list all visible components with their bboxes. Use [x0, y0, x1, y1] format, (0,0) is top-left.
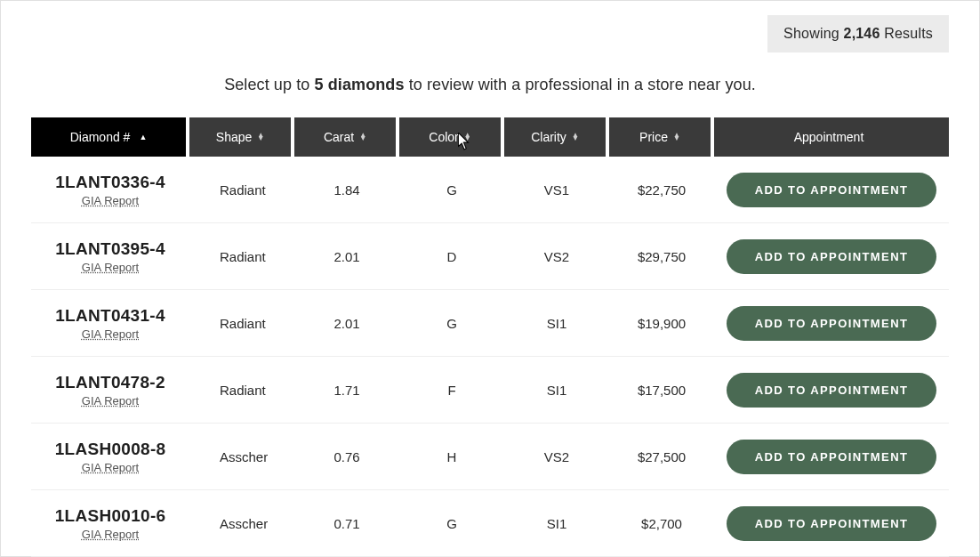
results-count-chip: Showing 2,146 Results — [767, 15, 949, 52]
cell-clarity: VS2 — [504, 449, 609, 464]
cell-color: H — [399, 449, 504, 464]
sort-icon: ▲▼ — [673, 133, 680, 141]
header-label: Shape — [216, 130, 252, 144]
instruction-text: Select up to 5 diamonds to review with a… — [31, 52, 949, 117]
results-bar: Showing 2,146 Results — [31, 15, 949, 52]
cell-price: $22,750 — [609, 182, 714, 198]
cell-diamond: 1LANT0336-4 GIA Report — [31, 173, 189, 207]
cell-color: G — [399, 516, 504, 531]
cell-diamond: 1LASH0010-6 GIA Report — [31, 506, 189, 541]
header-carat[interactable]: Carat ▲▼ — [294, 117, 399, 157]
instruction-post: to review with a professional in a store… — [405, 76, 756, 93]
header-appointment: Appointment — [714, 117, 949, 157]
add-to-appointment-button[interactable]: ADD TO APPOINTMENT — [727, 506, 936, 541]
results-prefix: Showing — [783, 26, 839, 41]
gia-report-link[interactable]: GIA Report — [82, 461, 139, 474]
sort-icon: ▲▼ — [257, 133, 264, 141]
cell-price: $2,700 — [609, 516, 714, 531]
table-row: 1LANT0336-4 GIA Report Radiant 1.84 G VS… — [31, 157, 949, 223]
cell-carat: 1.84 — [294, 182, 399, 198]
add-to-appointment-button[interactable]: ADD TO APPOINTMENT — [727, 173, 936, 207]
header-price[interactable]: Price ▲▼ — [609, 117, 714, 157]
table-row: 1LANT0478-2 GIA Report Radiant 1.71 F SI… — [31, 357, 949, 424]
add-to-appointment-button[interactable]: ADD TO APPOINTMENT — [727, 373, 936, 408]
diamond-id: 1LANT0395-4 — [55, 239, 165, 259]
cell-appointment: ADD TO APPOINTMENT — [714, 306, 949, 341]
cell-appointment: ADD TO APPOINTMENT — [714, 506, 949, 541]
app-frame: Showing 2,146 Results Select up to 5 dia… — [0, 0, 980, 557]
header-diamond-number[interactable]: Diamond # ▲ — [31, 117, 189, 157]
header-color[interactable]: Color ▲▼ — [399, 117, 504, 157]
cell-carat: 0.71 — [294, 516, 399, 531]
cell-clarity: SI1 — [504, 516, 609, 531]
cell-clarity: SI1 — [504, 383, 609, 398]
instruction-pre: Select up to — [224, 76, 314, 93]
gia-report-link[interactable]: GIA Report — [82, 327, 139, 341]
cell-color: F — [399, 383, 504, 398]
add-to-appointment-button[interactable]: ADD TO APPOINTMENT — [727, 306, 936, 341]
header-clarity[interactable]: Clarity ▲▼ — [504, 117, 609, 157]
cell-shape: Radiant — [189, 316, 294, 331]
cell-carat: 2.01 — [294, 249, 399, 264]
diamond-id: 1LASH0010-6 — [55, 506, 166, 526]
sort-icon: ▲▼ — [572, 133, 579, 141]
header-shape[interactable]: Shape ▲▼ — [189, 117, 294, 157]
cell-shape: Radiant — [189, 249, 294, 264]
cell-price: $27,500 — [609, 449, 714, 464]
cell-diamond: 1LANT0478-2 GIA Report — [31, 373, 189, 408]
cell-price: $19,900 — [609, 316, 714, 331]
table-body: 1LANT0336-4 GIA Report Radiant 1.84 G VS… — [31, 157, 949, 557]
cell-shape: Asscher — [189, 449, 294, 464]
cell-appointment: ADD TO APPOINTMENT — [714, 173, 949, 207]
results-count: 2,146 — [844, 26, 880, 41]
header-label: Carat — [324, 130, 354, 144]
cell-carat: 0.76 — [294, 449, 399, 464]
header-label: Price — [639, 130, 668, 144]
gia-report-link[interactable]: GIA Report — [82, 261, 139, 274]
cell-appointment: ADD TO APPOINTMENT — [714, 373, 949, 408]
cell-diamond: 1LANT0395-4 GIA Report — [31, 239, 189, 274]
gia-report-link[interactable]: GIA Report — [82, 528, 139, 541]
cell-clarity: VS1 — [504, 182, 609, 198]
cell-carat: 2.01 — [294, 316, 399, 331]
header-label: Appointment — [794, 130, 864, 144]
table-row: 1LANT0431-4 GIA Report Radiant 2.01 G SI… — [31, 290, 949, 357]
header-label: Color — [429, 130, 458, 144]
cell-clarity: SI1 — [504, 316, 609, 331]
cell-appointment: ADD TO APPOINTMENT — [714, 239, 949, 274]
add-to-appointment-button[interactable]: ADD TO APPOINTMENT — [727, 239, 936, 274]
diamond-id: 1LANT0478-2 — [55, 373, 165, 392]
diamond-table: Diamond # ▲ Shape ▲▼ Carat ▲▼ Color ▲▼ C… — [31, 117, 949, 557]
results-suffix: Results — [884, 26, 933, 41]
table-row: 1LANT0395-4 GIA Report Radiant 2.01 D VS… — [31, 223, 949, 290]
cell-price: $17,500 — [609, 383, 714, 398]
cell-shape: Radiant — [189, 182, 294, 198]
table-row: 1LASH0008-8 GIA Report Asscher 0.76 H VS… — [31, 424, 949, 490]
header-label: Diamond # — [70, 130, 131, 144]
cell-carat: 1.71 — [294, 383, 399, 398]
gia-report-link[interactable]: GIA Report — [82, 394, 139, 408]
table-header: Diamond # ▲ Shape ▲▼ Carat ▲▼ Color ▲▼ C… — [31, 117, 949, 157]
sort-ascending-icon: ▲ — [139, 133, 147, 141]
cell-shape: Radiant — [189, 383, 294, 398]
cell-color: G — [399, 316, 504, 331]
cell-clarity: VS2 — [504, 249, 609, 264]
diamond-id: 1LANT0431-4 — [55, 306, 165, 326]
diamond-id: 1LANT0336-4 — [55, 173, 165, 192]
cell-diamond: 1LANT0431-4 GIA Report — [31, 306, 189, 341]
cell-color: G — [399, 182, 504, 198]
add-to-appointment-button[interactable]: ADD TO APPOINTMENT — [727, 440, 936, 474]
table-row: 1LASH0010-6 GIA Report Asscher 0.71 G SI… — [31, 490, 949, 557]
instruction-bold: 5 diamonds — [315, 76, 405, 93]
sort-icon: ▲▼ — [464, 133, 471, 141]
gia-report-link[interactable]: GIA Report — [82, 194, 139, 207]
content-area: Showing 2,146 Results Select up to 5 dia… — [31, 15, 949, 556]
cell-color: D — [399, 249, 504, 264]
header-label: Clarity — [531, 130, 566, 144]
cell-price: $29,750 — [609, 249, 714, 264]
cell-appointment: ADD TO APPOINTMENT — [714, 440, 949, 474]
cell-shape: Asscher — [189, 516, 294, 531]
sort-icon: ▲▼ — [359, 133, 366, 141]
diamond-id: 1LASH0008-8 — [55, 440, 166, 459]
cell-diamond: 1LASH0008-8 GIA Report — [31, 440, 189, 474]
